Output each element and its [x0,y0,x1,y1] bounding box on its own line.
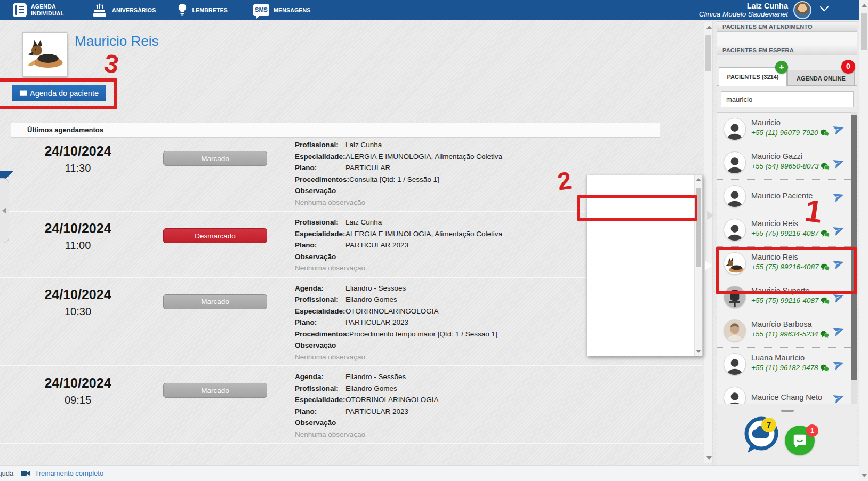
detail-label: Agenda: [295,283,345,294]
context-menu-item[interactable] [587,197,694,215]
nav-lembretes-label: LEMBRETES [192,7,228,14]
context-menu-item[interactable] [587,215,694,234]
context-menu-scrollbar[interactable] [694,175,702,356]
user-avatar[interactable] [793,1,811,19]
patient-name: Mauricio [751,118,837,127]
whatsapp-chat-icon[interactable] [820,331,829,338]
appointment-date: 24/10/2024 [33,375,123,391]
patient-list-scrollbar[interactable] [851,112,857,404]
pacientes-em-atendimento-header[interactable]: PACIENTES EM ATENDIMENTO [717,21,857,32]
patient-list-item[interactable]: Maurício Barbosa +55 (11) 99634-5234 [717,314,857,348]
patient-list-scrollbar-thumb[interactable] [851,115,857,380]
appointment-status-button[interactable]: Desmarcado [163,228,267,243]
page-scrollbar[interactable] [859,0,868,481]
main-scrollbar-thumb[interactable] [705,35,711,71]
training-link[interactable]: Treinamento completo [35,469,103,477]
patient-avatar [724,252,746,275]
whatsapp-chat-icon[interactable] [821,297,830,304]
whatsapp-chat-icon[interactable] [821,230,830,237]
cloud-chat-count-badge: 7 [761,418,776,432]
detail-line: Especialidade:ALERGIA E IMUNOLOGIA, Alim… [295,228,502,240]
patient-list-item[interactable]: Luana Maurício +55 (11) 96182-9478 [717,348,857,381]
main-scrollbar[interactable] [704,22,713,463]
patient-context-menu [586,175,703,356]
appointment-status-button[interactable]: Marcado [163,151,267,166]
patient-list-item[interactable]: Mauricio +55 (11) 96079-7920 [717,113,857,146]
patient-photo[interactable] [22,32,67,77]
support-chat-count-badge: 1 [806,424,818,437]
patient-list-item[interactable]: Maurice Chang Neto [717,381,857,404]
context-menu-item[interactable] [587,271,694,290]
patient-list-item[interactable]: Mauricio Suporte +55 (75) 99216-4087 [717,280,857,314]
patient-avatar [724,151,746,174]
context-menu-item[interactable] [587,253,694,271]
patient-name: Mauricio Reis [751,253,837,261]
dog-photo-icon [724,256,745,275]
patient-list-item[interactable]: Mauricio Reis +55 (75) 99216-4087 [717,247,857,280]
patient-name: Mauricio Paciente [751,191,837,200]
page-scrollbar-thumb[interactable] [861,13,867,50]
detail-line: Profissional:Eliandro Gomes [295,383,439,395]
chevron-down-icon[interactable] [819,6,829,12]
scroll-up-icon[interactable] [696,178,701,181]
patient-list-item[interactable]: Mauricio Paciente [717,180,857,213]
scroll-down-icon[interactable] [862,474,867,477]
whatsapp-chat-icon[interactable] [820,129,829,137]
person-silhouette-icon [724,121,745,140]
patient-list-item[interactable]: Mauricio Reis +55 (75) 99216-4087 [717,213,857,247]
patient-avatar [724,185,746,207]
appointment-status-button[interactable]: Marcado [163,383,267,398]
nav-agenda-individual[interactable]: AGENDA INDIVIDUAL [13,3,64,17]
panel-resize-handle[interactable] [781,410,794,412]
help-link[interactable]: Ajuda [0,469,13,477]
detail-value: ALERGIA E IMUNOLOGIA, Alimentação Coleti… [345,230,502,238]
appointment-status-button[interactable]: Marcado [163,294,267,309]
patient-name: Mauricio Suporte [751,286,837,295]
whatsapp-chat-icon[interactable] [821,263,830,271]
detail-label: Especialidade: [295,228,345,240]
patient-list-item[interactable]: Mauricio Gazzi +55 (54) 99650-8073 [717,146,857,180]
detail-value: PARTICULAR 2023 [345,241,408,249]
observacao-label: Observação [295,185,345,197]
person-silhouette-icon [724,221,745,241]
nav-aniversarios[interactable]: ANIVERSÁRIOS [92,3,156,17]
add-patient-badge[interactable]: + [775,61,788,74]
collapse-panel-handle[interactable] [0,178,9,243]
scroll-up-icon[interactable] [706,26,712,29]
appointment-details: Agenda:Eliandro - Sessões Profissional:E… [295,371,439,440]
context-menu-item[interactable] [587,234,694,253]
patient-phone: +55 (75) 99216-4087 [751,296,818,304]
chair-photo-icon [724,287,745,308]
detail-label: Plano: [295,239,345,251]
right-sidebar: PACIENTES EM ATENDIMENTO PACIENTES EM ES… [717,20,857,465]
whatsapp-chat-icon[interactable] [821,163,830,170]
nav-mensagens[interactable]: SMS MENSAGENS [253,4,310,16]
appointment-date-block: 24/10/2024 11:30 [0,143,123,208]
agenda-do-paciente-button[interactable]: Agenda do paciente [12,85,106,101]
user-name: Laiz Cunha [699,2,788,10]
detail-label: Especialidade: [295,151,345,163]
context-menu-item[interactable] [587,290,694,309]
detail-label: Plano: [295,162,345,174]
appointment-time: 11:00 [33,239,123,252]
scroll-up-icon[interactable] [862,4,867,7]
scroll-down-icon[interactable] [696,350,701,353]
detail-line: Plano:PARTICULAR [295,162,502,174]
menu-scrollbar-thumb[interactable] [696,188,701,267]
context-menu-item[interactable] [587,178,694,197]
detail-value: Consulta [Qtd: 1 / Sessão 1] [349,175,439,183]
observacao-empty-value: Nenhuma observação [295,197,502,209]
whatsapp-chat-icon[interactable] [820,364,829,372]
nav-lembretes[interactable]: LEMBRETES [177,3,228,17]
context-menu-item[interactable] [587,327,694,346]
scroll-down-icon[interactable] [706,456,712,460]
collapse-left-icon [2,207,6,214]
patient-search-input[interactable] [721,91,854,107]
context-menu-item[interactable] [587,309,694,327]
pacientes-em-espera-header[interactable]: PACIENTES EM ESPERA [717,45,857,55]
detail-value: Laiz Cunha [345,141,382,149]
patient-avatar [724,319,746,342]
agenda-book-icon [13,3,27,17]
send-message-icon[interactable] [831,189,846,204]
sidebar-callout-arrow [707,211,713,220]
